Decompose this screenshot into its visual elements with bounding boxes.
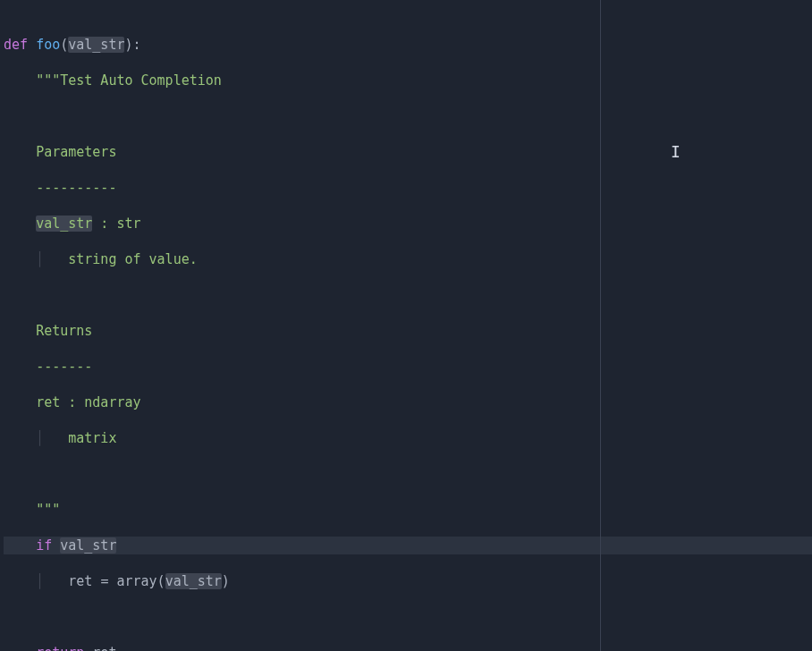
indent: [4, 502, 36, 518]
operator: =: [100, 573, 116, 589]
keyword-if: if: [36, 537, 52, 554]
identifier-highlighted: val_str: [165, 573, 222, 589]
code-line[interactable]: """: [4, 501, 812, 519]
indent: [4, 144, 36, 160]
punct: (: [157, 573, 165, 589]
indent: [4, 645, 36, 651]
indent: [4, 537, 36, 554]
indent-guide: │: [4, 430, 68, 446]
parameter-highlighted: val_str: [68, 37, 124, 53]
indent: [4, 180, 36, 196]
docstring: ----------: [36, 180, 116, 196]
code-line[interactable]: [4, 286, 812, 304]
punct: ): [222, 573, 230, 589]
code-content[interactable]: def foo(val_str): """Test Auto Completio…: [0, 0, 812, 651]
punct: (: [60, 37, 68, 53]
code-line[interactable]: return ret: [4, 644, 812, 651]
docstring: """: [36, 502, 60, 518]
code-line[interactable]: Parameters: [4, 143, 812, 161]
code-line[interactable]: [4, 608, 812, 626]
indent-guide: │: [4, 573, 68, 589]
code-editor[interactable]: def foo(val_str): """Test Auto Completio…: [0, 0, 812, 651]
docstring: Parameters: [36, 144, 116, 160]
text-cursor-icon: I: [671, 143, 679, 159]
indent: [4, 394, 36, 410]
code-line[interactable]: """Test Auto Completion: [4, 72, 812, 89]
code-line[interactable]: val_str : str: [4, 215, 812, 232]
code-line[interactable]: -------: [4, 358, 812, 376]
code-line[interactable]: │ ret = array(val_str): [4, 572, 812, 590]
docstring: -------: [36, 359, 92, 375]
code-line[interactable]: Returns: [4, 322, 812, 340]
docstring-var-highlighted: val_str: [36, 216, 92, 232]
indent-guide: │: [4, 251, 68, 267]
indent: [4, 72, 36, 89]
space: [84, 645, 92, 651]
docstring: """Test Auto Completion: [36, 72, 222, 89]
indent: [4, 359, 36, 375]
code-line-current[interactable]: if val_str: [4, 537, 812, 554]
code-line[interactable]: ----------: [4, 179, 812, 197]
docstring: Returns: [36, 323, 92, 339]
identifier: ret: [68, 573, 100, 589]
code-line[interactable]: def foo(val_str):: [4, 36, 812, 54]
function-call: array: [116, 573, 156, 589]
punct: ):: [124, 37, 140, 53]
editor-ruler: [600, 0, 601, 651]
identifier: ret: [92, 645, 116, 651]
code-line[interactable]: ret : ndarray: [4, 393, 812, 411]
indent: [4, 323, 36, 339]
docstring: matrix: [68, 430, 116, 446]
keyword-return: return: [36, 645, 84, 651]
code-line[interactable]: [4, 465, 812, 483]
space: [52, 537, 60, 554]
identifier-highlighted: val_str: [60, 537, 116, 554]
docstring: ret : ndarray: [36, 394, 140, 410]
function-name: foo: [36, 37, 60, 53]
indent: [4, 216, 36, 232]
code-line[interactable]: │ string of value.: [4, 250, 812, 268]
code-line[interactable]: │ matrix: [4, 429, 812, 447]
docstring: : str: [92, 216, 140, 232]
docstring: string of value.: [68, 251, 198, 267]
keyword-def: def: [4, 37, 28, 53]
code-line[interactable]: [4, 107, 812, 125]
